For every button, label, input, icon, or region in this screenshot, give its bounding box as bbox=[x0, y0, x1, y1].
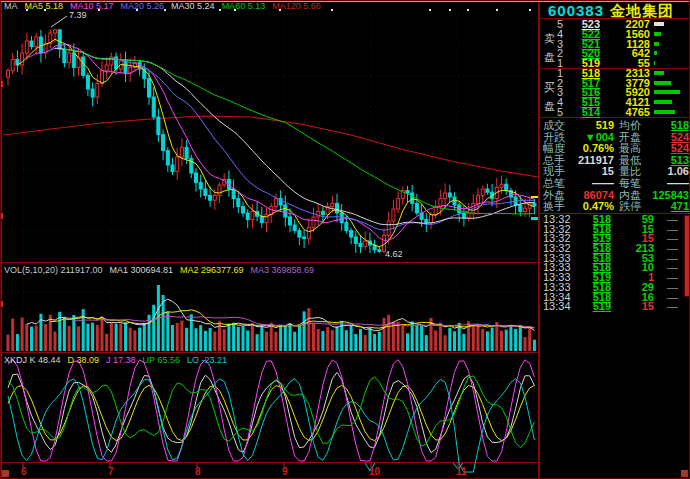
stat-label: 换手 bbox=[543, 201, 570, 213]
bid-volume-bar bbox=[654, 107, 680, 117]
kdj-readout-2: J 17.38 bbox=[106, 355, 136, 365]
tick-price[interactable]: 519 bbox=[580, 301, 611, 311]
bid-volume-bar bbox=[654, 78, 680, 88]
ma-readout-4: MA30 5.24 bbox=[171, 1, 215, 11]
kdj-readout-1: D 38.09 bbox=[68, 355, 100, 365]
low-price-annotation: 4.62 bbox=[385, 249, 403, 259]
left-edge-tick-2 bbox=[1, 213, 3, 219]
stats-row-7: 换手0.47%跌停471 bbox=[540, 201, 690, 213]
tick-row-9: 13:3451915— bbox=[540, 301, 690, 311]
kdj-readout-3: UP 65.56 bbox=[143, 355, 180, 365]
axis-month-9: 9 bbox=[282, 466, 288, 477]
high-price-annotation: 7.39 bbox=[69, 10, 87, 20]
buy-levels: 1518231325173779351659204515412155144765 bbox=[540, 68, 690, 117]
axis-month-6: 6 bbox=[21, 466, 27, 477]
kdj-readout-0: XKDJ K 48.44 bbox=[4, 355, 61, 365]
ma-readout-1: MA5 5.18 bbox=[25, 1, 64, 11]
stat-label: 成交 bbox=[543, 120, 570, 132]
axis-month-7: 7 bbox=[108, 466, 114, 477]
bid-volume-bar bbox=[654, 87, 680, 97]
bid-volume-bar bbox=[654, 97, 680, 107]
bid-volume-bar bbox=[654, 68, 680, 78]
tick-flag: — bbox=[654, 301, 690, 311]
window-top-edge bbox=[1, 1, 690, 2]
vol-readout-3: MA3 369858.69 bbox=[251, 265, 315, 275]
sell-side-label: 卖 bbox=[544, 31, 555, 46]
volume-indicator-readout: VOL(5,10,20) 211917.00MA1 300694.81MA2 2… bbox=[4, 266, 321, 275]
left-edge-tick-3 bbox=[1, 301, 3, 307]
ma-readout-3: MA20 5.26 bbox=[121, 1, 165, 11]
stat-value: —— bbox=[647, 178, 689, 190]
stat-label: 跌停 bbox=[619, 201, 647, 213]
stat-value: —— bbox=[570, 178, 614, 190]
main-indicator-readout: MAMA5 5.18MA10 5.17MA20 5.26MA30 5.24MA6… bbox=[4, 2, 328, 11]
vol-readout-0: VOL(5,10,20) 211917.00 bbox=[4, 265, 102, 275]
quote-panel: 600383金地集团 卖 盘 买 盘 552322074522156035211… bbox=[539, 1, 690, 479]
buy-side-label-2: 盘 bbox=[544, 99, 555, 114]
tick-time: 13:34 bbox=[543, 301, 580, 311]
bid-price[interactable]: 514 bbox=[568, 107, 600, 117]
axis-month-11: 11 bbox=[456, 466, 467, 477]
chart-area: MAMA5 5.18MA10 5.17MA20 5.26MA30 5.24MA6… bbox=[1, 1, 539, 479]
stat-value: 519 bbox=[570, 120, 614, 132]
stat-value[interactable]: 471 bbox=[647, 201, 689, 213]
kdj-indicator-readout: XKDJ K 48.44D 38.09J 17.38UP 65.56LO -23… bbox=[4, 356, 234, 365]
buy-side-label: 买 bbox=[544, 80, 555, 95]
ask-volume-bar bbox=[654, 29, 680, 39]
stock-code: 600383 bbox=[548, 2, 604, 19]
time-sales-rows: 13:3251859—13:3251815—13:3251915—13:3251… bbox=[540, 214, 690, 311]
sell-levels: 5523220745221560352111282520642151955 bbox=[540, 19, 690, 68]
resize-corner-right-icon[interactable] bbox=[681, 470, 688, 477]
bid-level: 5 bbox=[557, 107, 568, 117]
stats-row-5: 总笔——每笔—— bbox=[540, 178, 690, 190]
stat-value: 0.47% bbox=[570, 201, 614, 213]
bid-volume: 4765 bbox=[600, 107, 650, 117]
vol-readout-1: MA1 300694.81 bbox=[109, 265, 173, 275]
stat-label: 每笔 bbox=[619, 178, 647, 190]
axis-month-8: 8 bbox=[195, 466, 201, 477]
ask-volume-bar bbox=[654, 19, 680, 29]
axis-month-10: 10 bbox=[369, 466, 380, 477]
ma-readout-6: MA120 5.66 bbox=[272, 1, 321, 11]
stat-value[interactable]: 518 bbox=[647, 120, 689, 132]
ask-volume-bar bbox=[654, 48, 680, 58]
sell-side-label-2: 盘 bbox=[544, 50, 555, 65]
resize-corner-left-icon[interactable] bbox=[2, 470, 9, 477]
stock-title: 600383金地集团 bbox=[540, 2, 690, 18]
stats-panel: 成交519均价518升跌▼004开盘524幅度0.76%最高524总手21191… bbox=[540, 119, 690, 214]
stats-row-0: 成交519均价518 bbox=[540, 120, 690, 132]
order-book: 卖 盘 买 盘 55232207452215603521112825206421… bbox=[540, 18, 690, 118]
left-edge-tick bbox=[1, 81, 3, 87]
stock-terminal-window: MAMA5 5.18MA10 5.17MA20 5.26MA30 5.24MA6… bbox=[0, 0, 690, 479]
ask-volume-bar bbox=[654, 39, 680, 49]
scrollbar[interactable] bbox=[684, 215, 690, 297]
stat-label: 均价 bbox=[619, 120, 647, 132]
vol-readout-2: MA2 296377.69 bbox=[180, 265, 244, 275]
ma-readout-0: MA bbox=[4, 1, 18, 11]
tick-volume: 15 bbox=[611, 301, 654, 311]
ask-volume-bar bbox=[654, 58, 680, 68]
stat-label: 总笔 bbox=[543, 178, 570, 190]
stock-name: 金地集团 bbox=[610, 2, 674, 19]
kdj-readout-4: LO -23.21 bbox=[187, 355, 227, 365]
bid-row-5: 55144765 bbox=[540, 107, 690, 117]
time-sales-panel: 13:3251859—13:3251815—13:3251915—13:3251… bbox=[540, 214, 690, 479]
candlestick-chart-canvas[interactable] bbox=[1, 1, 539, 479]
ma-readout-5: MA60 5.13 bbox=[222, 1, 266, 11]
